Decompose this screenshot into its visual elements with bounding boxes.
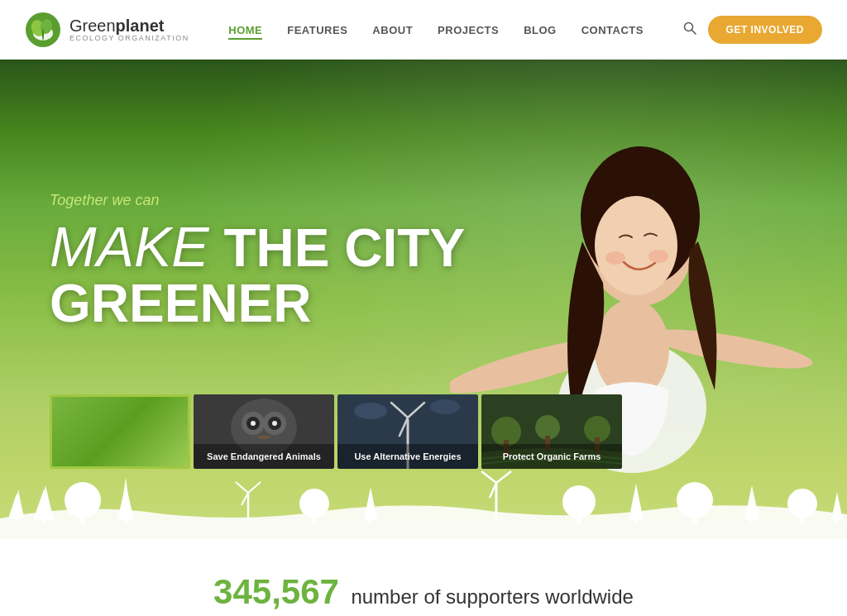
svg-line-59 xyxy=(496,471,511,483)
svg-rect-66 xyxy=(692,514,697,524)
nav-item-about[interactable]: ABOUT xyxy=(372,22,413,37)
nav-link-projects[interactable]: PROJECTS xyxy=(438,24,499,36)
hero-tagline: Together we can xyxy=(50,192,465,209)
svg-rect-56 xyxy=(369,516,372,523)
hero-card-farms-label: Protect Organic Farms xyxy=(481,444,622,469)
trees-svg xyxy=(0,469,847,539)
svg-point-54 xyxy=(299,489,329,518)
svg-point-62 xyxy=(562,485,596,518)
hero-card-energy-label: Use Alternative Energies xyxy=(337,444,478,469)
svg-line-5 xyxy=(691,31,696,35)
hero-card-energy[interactable]: Use Alternative Energies xyxy=(337,394,478,469)
svg-rect-47 xyxy=(80,514,85,524)
svg-rect-69 xyxy=(800,514,804,524)
svg-rect-70 xyxy=(835,516,838,523)
svg-point-68 xyxy=(787,489,817,518)
nav-item-home[interactable]: HOME xyxy=(228,22,262,37)
stats-number: 345,567 xyxy=(213,572,339,611)
nav-link-features[interactable]: FEATURES xyxy=(287,24,347,36)
nav-link-home[interactable]: HOME xyxy=(228,24,262,40)
hero-trees-decoration xyxy=(0,469,847,539)
nav-link-contacts[interactable]: CONTACTS xyxy=(581,24,644,36)
svg-line-51 xyxy=(248,482,261,493)
hero-card-active[interactable] xyxy=(50,394,190,469)
stats-label: number of supporters worldwide xyxy=(351,585,634,608)
nav-link-about[interactable]: ABOUT xyxy=(372,24,413,36)
svg-rect-64 xyxy=(634,516,638,523)
svg-point-28 xyxy=(272,421,277,426)
logo-name: Greenplanet xyxy=(69,17,189,35)
nav-link-blog[interactable]: BLOG xyxy=(524,24,557,36)
hero-card-animals[interactable]: Save Endangered Animals xyxy=(194,394,334,469)
hero-card-farms[interactable]: Protect Organic Farms xyxy=(481,394,622,469)
svg-point-27 xyxy=(251,421,256,426)
svg-line-60 xyxy=(481,471,496,483)
hero-title: Make THE CITYGREENER xyxy=(50,217,465,332)
stats-content: 345,567 number of supporters worldwide xyxy=(25,572,822,612)
svg-point-65 xyxy=(677,482,713,518)
logo: Greenplanet ECOLOGY ORGANIZATION xyxy=(25,12,189,48)
logo-subtitle: ECOLOGY ORGANIZATION xyxy=(69,35,189,43)
svg-point-46 xyxy=(65,482,101,518)
nav-links: HOME FEATURES ABOUT PROJECTS BLOG CONTAC… xyxy=(228,22,644,37)
hero-content: Together we can Make THE CITYGREENER xyxy=(50,192,465,332)
svg-point-13 xyxy=(605,251,625,265)
svg-point-12 xyxy=(595,196,677,295)
nav-item-blog[interactable]: BLOG xyxy=(524,22,557,37)
nav-item-contacts[interactable]: CONTACTS xyxy=(581,22,644,37)
stats-section: 345,567 number of supporters worldwide xyxy=(0,539,847,616)
logo-icon xyxy=(25,12,61,48)
search-button[interactable] xyxy=(683,21,696,38)
nav-item-projects[interactable]: PROJECTS xyxy=(438,22,499,37)
svg-rect-55 xyxy=(312,514,316,524)
card-bg-active xyxy=(52,397,188,466)
svg-rect-67 xyxy=(750,516,754,523)
svg-rect-45 xyxy=(43,516,46,523)
navbar: Greenplanet ECOLOGY ORGANIZATION HOME FE… xyxy=(0,0,847,60)
hero-card-animals-label: Save Endangered Animals xyxy=(194,444,334,469)
svg-point-14 xyxy=(648,250,668,263)
nav-right: GET INVOLVED xyxy=(683,16,822,44)
logo-text: Greenplanet ECOLOGY ORGANIZATION xyxy=(69,17,189,43)
svg-rect-48 xyxy=(124,516,127,523)
hero-title-italic: Make xyxy=(50,215,209,278)
svg-point-35 xyxy=(354,403,387,419)
svg-rect-63 xyxy=(577,514,581,524)
svg-point-36 xyxy=(430,399,460,414)
search-icon xyxy=(683,21,696,35)
hero-cards: Save Endangered Animals U xyxy=(50,394,622,469)
svg-line-52 xyxy=(236,482,248,493)
svg-rect-44 xyxy=(16,514,19,521)
hero-section: Together we can Make THE CITYGREENER xyxy=(0,60,847,539)
nav-item-features[interactable]: FEATURES xyxy=(287,22,347,37)
get-involved-button[interactable]: GET INVOLVED xyxy=(708,16,822,44)
